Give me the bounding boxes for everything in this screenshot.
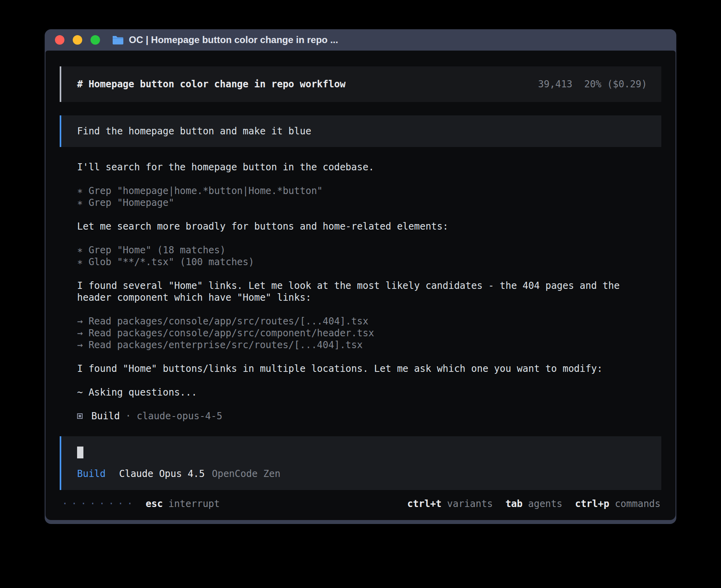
assistant-text-line: I found several "Home" links. Let me loo… [77,280,661,292]
tool-call-group: ∗ Grep "homepage|home.*button|Home.*butt… [77,185,661,209]
spacer [60,422,661,423]
tool-call-read: → Read packages/console/app/src/routes/[… [77,315,661,327]
shortcut-agents: tab agents [506,498,562,510]
input-cursor-line [77,447,646,458]
shortcut-label-commands: commands [615,498,661,510]
tool-call-grep: ∗ Grep "Homepage" [77,197,661,209]
shortcut-label-interrupt: interrupt [168,498,220,510]
model-label[interactable]: Claude Opus 4.5 [119,468,205,480]
assistant-transcript: I'll search for the homepage button in t… [60,147,661,422]
shortcut-key-tab: tab [506,498,523,510]
tool-call-grep: ∗ Grep "homepage|home.*button|Home.*butt… [77,185,661,197]
shortcut-commands: ctrl+p commands [575,498,661,510]
shortcut-key-esc: esc [146,498,163,510]
progress-dots: ········ [62,498,136,510]
agent-model: claude-opus-4-5 [137,410,223,422]
statusbar-shortcuts: ctrl+t variants tab agents ctrl+p comman… [394,498,661,510]
context-usage: 20% ($0.29) [584,78,647,90]
window-controls [55,35,100,45]
assistant-text: I found "Home" buttons/links in multiple… [77,363,661,375]
mode-label[interactable]: Build [77,468,106,480]
titlebar[interactable]: OC | Homepage button color change in rep… [45,29,676,51]
folder-icon [112,35,124,45]
text-cursor [77,447,83,458]
tool-call-grep: ∗ Grep "Home" (18 matches) [77,244,661,256]
provider-label: OpenCode Zen [212,468,280,480]
assistant-text-line: header component which have "Home" links… [77,292,661,303]
agent-status-line: Build · claude-opus-4-5 [77,410,661,422]
user-message: Find the homepage button and make it blu… [60,115,661,147]
user-message-text: Find the homepage button and make it blu… [77,125,311,137]
session-title: # Homepage button color change in repo w… [77,78,345,90]
token-count: 39,413 [538,78,572,90]
shortcut-label-variants: variants [447,498,493,510]
window-title: OC | Homepage button color change in rep… [129,34,338,45]
session-stats: 39,413 20% ($0.29) [538,78,647,90]
tool-call-group: → Read packages/console/app/src/routes/[… [77,315,661,351]
assistant-text: Let me search more broadly for buttons a… [77,220,661,232]
shortcut-key-ctrl-t: ctrl+t [407,498,442,510]
session-header: # Homepage button color change in repo w… [60,66,661,102]
asking-questions-status: ~ Asking questions... [77,386,661,398]
shortcut-label-agents: agents [528,498,562,510]
close-button[interactable] [55,35,64,45]
tool-call-read: → Read packages/console/app/src/componen… [77,327,661,339]
agent-name: Build [91,410,120,422]
prompt-input[interactable]: Build Claude Opus 4.5 OpenCode Zen [60,436,661,490]
minimize-button[interactable] [73,35,82,45]
tool-call-read: → Read packages/enterprise/src/routes/[.… [77,339,661,351]
shortcut-key-ctrl-p: ctrl+p [575,498,610,510]
zoom-button[interactable] [91,35,100,45]
terminal-window: OC | Homepage button color change in rep… [45,29,676,524]
statusbar: ········ esc interrupt ctrl+t variants t… [60,498,661,520]
agent-separator: · [125,410,131,422]
agent-icon [77,413,83,419]
tool-call-group: ∗ Grep "Home" (18 matches) ∗ Glob "**/*.… [77,244,661,268]
tool-call-glob: ∗ Glob "**/*.tsx" (100 matches) [77,256,661,268]
terminal-content: # Homepage button color change in repo w… [45,51,676,520]
assistant-text: I found several "Home" links. Let me loo… [77,280,661,303]
assistant-text: I'll search for the homepage button in t… [77,161,661,173]
shortcut-variants: ctrl+t variants [407,498,493,510]
input-modeline: Build Claude Opus 4.5 OpenCode Zen [77,468,646,480]
